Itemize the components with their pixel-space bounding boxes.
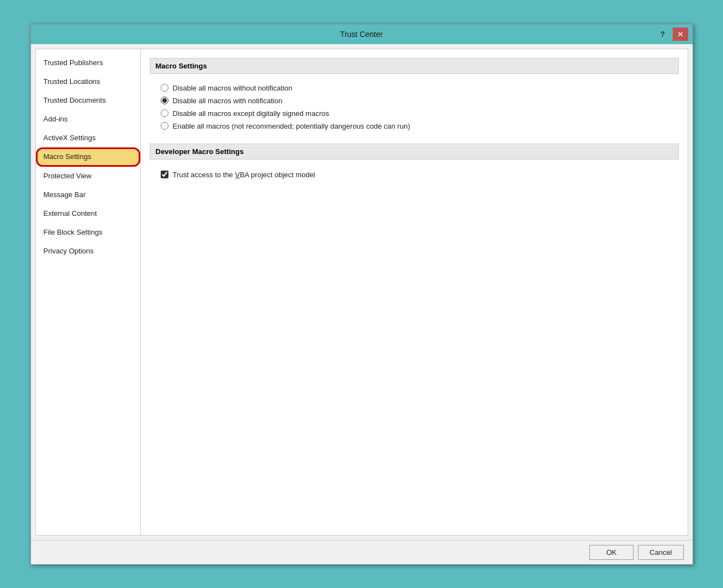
help-button[interactable]: ? — [655, 28, 671, 41]
sidebar-item-trusted-documents[interactable]: Trusted Documents — [36, 91, 140, 110]
sidebar-item-file-block-settings[interactable]: File Block Settings — [36, 223, 140, 242]
radio-item-enable-all[interactable]: Enable all macros (not recommended; pote… — [161, 122, 679, 130]
close-button[interactable]: ✕ — [673, 28, 688, 41]
main-content: Macro Settings Disable all macros withou… — [141, 49, 688, 535]
sidebar-item-privacy-options[interactable]: Privacy Options — [36, 242, 140, 261]
checkbox-label-trust-vba: Trust access to the VBA project object m… — [173, 171, 315, 179]
dialog-footer: OK Cancel — [31, 540, 693, 564]
sidebar-item-trusted-locations[interactable]: Trusted Locations — [36, 72, 140, 91]
dialog-title: Trust Center — [340, 30, 383, 39]
radio-disable-notify[interactable] — [161, 97, 168, 104]
sidebar: Trusted PublishersTrusted LocationsTrust… — [36, 49, 141, 535]
checkbox-item-trust-vba[interactable]: Trust access to the VBA project object m… — [161, 171, 679, 179]
sidebar-item-macro-settings[interactable]: Macro Settings — [36, 147, 140, 166]
title-bar: Trust Center ? ✕ — [31, 24, 693, 44]
macro-settings-header: Macro Settings — [150, 58, 679, 74]
sidebar-item-protected-view[interactable]: Protected View — [36, 167, 140, 186]
radio-label-enable-all: Enable all macros (not recommended; pote… — [173, 122, 410, 130]
developer-macro-header: Developer Macro Settings — [150, 144, 679, 160]
radio-label-disable-notify: Disable all macros with notification — [173, 97, 283, 105]
ok-button[interactable]: OK — [589, 545, 634, 560]
title-bar-buttons: ? ✕ — [655, 28, 688, 41]
trust-center-dialog: Trust Center ? ✕ Trusted PublishersTrust… — [30, 24, 693, 565]
cancel-button[interactable]: Cancel — [638, 545, 683, 560]
radio-disable-no-notify[interactable] — [161, 84, 168, 92]
macro-radio-group: Disable all macros without notificationD… — [150, 80, 679, 135]
dialog-body: Trusted PublishersTrusted LocationsTrust… — [35, 49, 688, 536]
sidebar-item-activex-settings[interactable]: ActiveX Settings — [36, 129, 140, 147]
sidebar-item-trusted-publishers[interactable]: Trusted Publishers — [36, 54, 140, 72]
radio-item-disable-no-notify[interactable]: Disable all macros without notification — [161, 84, 679, 92]
radio-item-disable-signed[interactable]: Disable all macros except digitally sign… — [161, 109, 679, 118]
developer-checkbox-group: Trust access to the VBA project object m… — [150, 165, 679, 184]
radio-disable-signed[interactable] — [161, 109, 168, 117]
sidebar-item-external-content[interactable]: External Content — [36, 204, 140, 223]
radio-label-disable-signed: Disable all macros except digitally sign… — [173, 109, 329, 118]
radio-enable-all[interactable] — [161, 122, 168, 130]
radio-item-disable-notify[interactable]: Disable all macros with notification — [161, 97, 679, 105]
radio-label-disable-no-notify: Disable all macros without notification — [173, 84, 293, 92]
checkbox-trust-vba[interactable] — [161, 171, 168, 178]
sidebar-item-add-ins[interactable]: Add-ins — [36, 110, 140, 129]
sidebar-item-message-bar[interactable]: Message Bar — [36, 186, 140, 204]
